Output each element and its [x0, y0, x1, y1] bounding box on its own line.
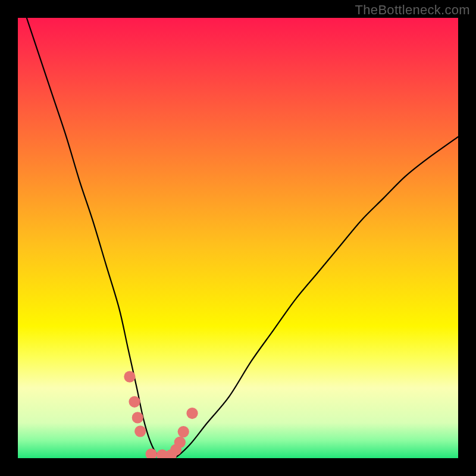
curve-marker: [146, 449, 157, 458]
watermark-text: TheBottleneck.com: [355, 2, 470, 18]
curve-marker: [178, 426, 189, 437]
chart-svg: [18, 18, 458, 458]
curve-marker: [132, 412, 143, 423]
chart-frame: TheBottleneck.com: [0, 0, 476, 476]
curve-marker: [134, 425, 146, 437]
curve-marker: [174, 437, 186, 448]
marker-layer: [124, 371, 198, 458]
bottleneck-curve-path: [27, 18, 458, 458]
curve-marker: [129, 396, 140, 408]
curve-marker: [124, 371, 135, 382]
plot-area: [18, 18, 458, 458]
curve-marker: [186, 408, 198, 419]
